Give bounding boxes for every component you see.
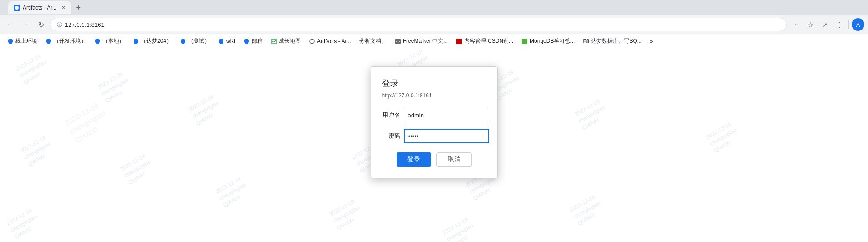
bookmark-label-5: （测试）: [188, 37, 210, 45]
svg-rect-9: [522, 39, 527, 44]
username-label: 用户名: [382, 111, 400, 119]
shield-icon-7: [243, 38, 250, 45]
tab-bar: Artifacts - Ar... ✕ +: [0, 0, 868, 15]
bookmark-label-14b: 达梦数据库、写SQ...: [591, 37, 641, 45]
bookmark-label-11: FreeMarker 中文...: [403, 37, 448, 45]
bookmark-item-13[interactable]: MongoDB学习总...: [518, 36, 578, 46]
shield-icon-2: [45, 38, 52, 45]
bookmark-item-6[interactable]: wiki: [214, 37, 239, 46]
toolbar-icons: ⬝ ☆ ➚ ⋮ A: [789, 18, 864, 31]
bookmark-label-2: （开发环境）: [54, 37, 86, 45]
svg-text:<>: <>: [396, 40, 400, 44]
bookmark-item-8[interactable]: 成长地图: [267, 36, 304, 46]
bookmark-label-12: 内容管理-CSDN创...: [464, 37, 513, 45]
bookmark-label-9: Artifacts - Ar...: [317, 38, 351, 45]
login-button[interactable]: 登录: [397, 152, 431, 167]
forward-icon: →: [22, 20, 29, 29]
back-button[interactable]: ←: [4, 18, 16, 31]
svg-point-0: [15, 6, 19, 10]
bookmark-label-10: 分析文档、: [359, 37, 387, 45]
bookmark-item-3[interactable]: （本地）: [91, 36, 128, 46]
extensions-button[interactable]: ⬝: [789, 18, 802, 31]
bookmark-label-7: 邮箱: [252, 37, 263, 45]
bookmark-label-4: （达梦204）: [141, 37, 172, 45]
username-row: 用户名: [382, 108, 486, 122]
profile-button[interactable]: A: [852, 18, 864, 31]
artifacts-icon: [309, 38, 315, 45]
tab-favicon: [14, 5, 20, 11]
bookmark-label-8: 成长地图: [279, 37, 301, 45]
dialog-overlay: 登录 http://127.0.0.1:8161 用户名 密码 登录 取消: [0, 48, 868, 242]
more-button[interactable]: ⋮: [833, 18, 846, 31]
address-input[interactable]: [65, 21, 780, 28]
login-dialog: 登录 http://127.0.0.1:8161 用户名 密码 登录 取消: [371, 66, 498, 178]
bookmark-more-icon: »: [650, 38, 653, 45]
freemarker-icon: <>: [395, 38, 401, 45]
share-icon: ➚: [823, 21, 828, 28]
csdn-icon: [456, 38, 462, 45]
bookmark-label-14: F8: [583, 38, 589, 45]
growth-map-icon: [271, 38, 277, 45]
password-label: 密码: [382, 132, 400, 140]
address-bar-container: ⓘ: [50, 18, 787, 31]
bookmark-label-13: MongoDB学习总...: [530, 37, 575, 45]
page-content: 2022-12-19chengingtaoQIANXI 2022-12-19ch…: [0, 48, 868, 242]
tab-close-icon[interactable]: ✕: [61, 5, 66, 11]
password-input[interactable]: [404, 129, 489, 143]
cancel-button[interactable]: 取消: [436, 152, 472, 167]
back-icon: ←: [6, 20, 14, 29]
reload-button[interactable]: ↻: [35, 18, 47, 31]
forward-button[interactable]: →: [19, 18, 32, 31]
bookmark-item-11[interactable]: <> FreeMarker 中文...: [391, 36, 451, 46]
bookmark-item-1[interactable]: 线上环境: [4, 36, 41, 46]
new-tab-button[interactable]: +: [72, 1, 85, 14]
extensions-icon: ⬝: [794, 21, 798, 28]
dialog-url: http://127.0.0.1:8161: [382, 92, 486, 99]
bookmark-item-4[interactable]: （达梦204）: [129, 36, 175, 46]
password-row: 密码: [382, 129, 486, 143]
svg-point-5: [310, 39, 314, 44]
bookmark-item-7[interactable]: 邮箱: [240, 36, 266, 46]
bookmark-label-1: 线上环境: [15, 37, 37, 45]
bookmark-item-9[interactable]: Artifacts - Ar...: [305, 37, 355, 46]
mongodb-icon: [521, 38, 528, 45]
bookmark-item-12[interactable]: 内容管理-CSDN创...: [452, 36, 517, 46]
shield-icon-5: [180, 38, 186, 45]
reload-icon: ↻: [38, 20, 44, 29]
shield-icon-6: [218, 38, 224, 45]
divider: [848, 20, 849, 29]
shield-icon-4: [133, 38, 139, 45]
bookmark-label-6: wiki: [226, 38, 235, 45]
bookmark-label-3: （本地）: [103, 37, 124, 45]
browser-window: Artifacts - Ar... ✕ + ← → ↻ ⓘ ⬝ ☆ ➚: [0, 0, 868, 242]
svg-line-3: [273, 41, 274, 42]
bookmark-button[interactable]: ☆: [804, 18, 817, 31]
bookmark-item-14[interactable]: F8 达梦数据库、写SQ...: [579, 36, 645, 46]
lock-icon: ⓘ: [57, 21, 62, 29]
dialog-title: 登录: [382, 78, 486, 89]
svg-rect-8: [456, 39, 462, 44]
more-icon: ⋮: [836, 20, 843, 29]
bookmark-more-button[interactable]: »: [646, 37, 657, 46]
bookmark-item-10[interactable]: 分析文档、: [356, 36, 390, 46]
bookmark-item-2[interactable]: （开发环境）: [42, 36, 90, 46]
active-tab[interactable]: Artifacts - Ar... ✕: [8, 1, 71, 14]
username-input[interactable]: [404, 108, 488, 122]
tab-label: Artifacts - Ar...: [23, 5, 57, 11]
share-button[interactable]: ➚: [818, 18, 831, 31]
shield-icon-3: [94, 38, 101, 45]
bookmark-item-5[interactable]: （测试）: [176, 36, 213, 46]
address-bar-row: ← → ↻ ⓘ ⬝ ☆ ➚ ⋮ A: [0, 15, 868, 34]
bookmarks-bar: 线上环境 （开发环境） （本地） （达梦204） （测试） wiki 邮箱 成: [0, 34, 868, 48]
shield-icon-1: [7, 38, 14, 45]
dialog-buttons: 登录 取消: [382, 152, 486, 167]
bookmark-star-icon: ☆: [807, 20, 813, 29]
